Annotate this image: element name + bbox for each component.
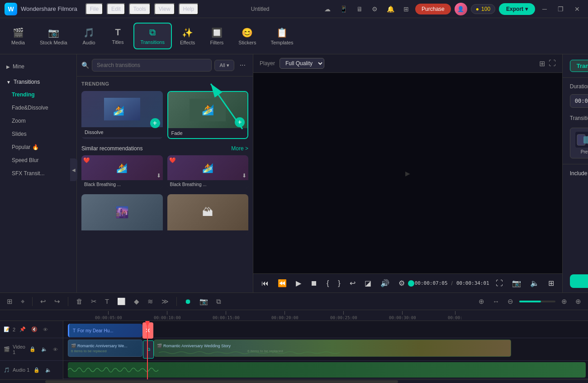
timeline-record-button[interactable]: ⏺ <box>182 296 194 306</box>
dissolve-add-button[interactable]: + <box>150 118 160 128</box>
sidebar-item-fade-dissolve[interactable]: Fade&Dissolve <box>3 101 74 114</box>
quality-select[interactable]: Full Quality <box>280 58 324 69</box>
add-to-timeline-button[interactable]: ↩ <box>347 278 358 289</box>
transition-dissolve[interactable]: Dissolve + <box>81 91 163 139</box>
timeline-track-add-button[interactable]: ⊕ <box>476 296 487 307</box>
mark-out-button[interactable]: } <box>335 278 343 289</box>
toolbar-filters[interactable]: 🔲 Filters <box>203 24 230 49</box>
apply-all-button[interactable]: Apply to All <box>570 274 588 288</box>
timeline-zoom-out-button[interactable]: ⊖ <box>505 296 516 307</box>
timeline-undo-button[interactable]: ↩ <box>38 296 48 307</box>
play-button[interactable]: ▶ <box>293 278 304 289</box>
monitor-icon[interactable]: 🖥 <box>354 5 365 14</box>
notification-icon[interactable]: 🔔 <box>384 5 397 14</box>
mine-header[interactable]: ▶ Mine <box>0 61 76 72</box>
toolbar-templates[interactable]: 📋 Templates <box>264 24 299 49</box>
scrollbar-thumb[interactable] <box>45 380 398 383</box>
video-1-lock[interactable]: 🔒 <box>28 346 37 353</box>
timeline-text-button[interactable]: T <box>103 296 111 306</box>
extra-control-2[interactable]: 📷 <box>509 278 524 289</box>
purchase-button[interactable]: Purchase <box>415 4 451 14</box>
toolbar-stickers[interactable]: 😊 Stickers <box>232 24 262 49</box>
sidebar-item-sfx[interactable]: SFX Transit... <box>3 167 74 180</box>
extra-control-4[interactable]: ⊞ <box>545 278 557 289</box>
sidebar-item-slides[interactable]: Slides <box>3 128 74 140</box>
zoom-slider[interactable] <box>519 301 555 302</box>
toolbar-media[interactable]: 🎬 Media <box>5 24 32 49</box>
video-1-mute[interactable]: 🔈 <box>40 346 49 353</box>
phone-icon[interactable]: 📱 <box>337 5 350 14</box>
minimize-button[interactable]: ─ <box>539 5 550 14</box>
timeline-camera-button[interactable]: 📷 <box>197 296 210 307</box>
settings2-button[interactable]: ⚙ <box>396 278 408 289</box>
track-2-eye[interactable]: 👁 <box>42 326 49 333</box>
cloud-icon[interactable]: ☁ <box>322 5 333 14</box>
toolbar-titles[interactable]: T Titles <box>104 24 132 48</box>
audio-clip[interactable] <box>68 362 586 378</box>
transition-edit-point[interactable]: ⧉ <box>143 340 154 359</box>
export-button[interactable]: Export ▾ <box>499 3 535 15</box>
video-1-eye[interactable]: 👁 <box>52 346 59 353</box>
horizontal-scrollbar[interactable] <box>0 379 588 383</box>
sidebar-item-trending[interactable]: Trending <box>3 88 74 101</box>
timeline-crop-button[interactable]: ⬜ <box>115 296 128 307</box>
menu-help[interactable]: Help <box>179 3 199 15</box>
settings-icon[interactable]: ⚙ <box>369 5 380 14</box>
timeline-cut-button[interactable]: ✂ <box>89 296 99 307</box>
toolbar-transitions[interactable]: ⧉ Transitions <box>133 23 172 49</box>
fullscreen-icon[interactable]: ⛶ <box>549 59 556 68</box>
extra-control-1[interactable]: ⛶ <box>493 278 506 289</box>
mode-prefix[interactable]: Prefix <box>570 128 588 158</box>
coins-button[interactable]: ● 100 <box>471 4 495 14</box>
scrubber-handle[interactable] <box>408 280 414 287</box>
track-2-mute[interactable]: 🔇 <box>30 326 39 333</box>
menu-edit[interactable]: Edit <box>107 3 125 15</box>
timeline-fit-button[interactable]: ↔ <box>490 296 502 306</box>
timeline-pip-button[interactable]: ⧉ <box>214 296 223 307</box>
skip-back-button[interactable]: ⏮ <box>259 278 271 289</box>
timeline-zoom-in-button[interactable]: ⊕ <box>559 296 569 307</box>
timeline-redo-button[interactable]: ↪ <box>52 296 62 307</box>
snapshot-button[interactable]: ◪ <box>362 278 374 289</box>
transition-fade[interactable]: 🏄 Fade + <box>167 91 249 139</box>
fade-add-button[interactable]: + <box>235 117 245 127</box>
timeline-delete-button[interactable]: 🗑 <box>74 296 85 306</box>
text-clip[interactable]: T For my Dear Hu... <box>68 324 142 337</box>
grid-icon[interactable]: ⊞ <box>401 5 412 14</box>
timeline-motion-button[interactable]: ≋ <box>145 296 156 307</box>
search-input[interactable] <box>92 59 212 72</box>
extra-transition-2[interactable]: 🏔 <box>167 194 249 235</box>
similar-item-1[interactable]: 🏄 ❤️ ⬇ Black Breathing ... <box>81 155 163 189</box>
duration-input[interactable] <box>570 94 588 108</box>
menu-tools[interactable]: Tools <box>129 3 151 15</box>
collapse-left-panel-button[interactable]: ◀ <box>70 158 77 181</box>
grid-view-icon[interactable]: ⊞ <box>539 59 545 68</box>
stop-button[interactable]: ⏹ <box>308 278 320 289</box>
menu-file[interactable]: File <box>85 3 103 15</box>
more-options-button[interactable]: ··· <box>237 60 248 70</box>
sidebar-item-zoom[interactable]: Zoom <box>3 115 74 127</box>
more-link[interactable]: More > <box>231 145 248 152</box>
timeline-keyframe-button[interactable]: ◆ <box>132 296 142 307</box>
sidebar-item-popular[interactable]: Popular <box>3 141 74 153</box>
toolbar-audio[interactable]: 🎵 Audio <box>76 24 103 49</box>
menu-view[interactable]: View <box>154 3 175 15</box>
extra-control-3[interactable]: 🔈 <box>527 278 542 289</box>
similar-item-2[interactable]: 🏄 ❤️ ⬇ Black Breathing ... <box>167 155 249 189</box>
audio-1-lock[interactable]: 🔒 <box>32 367 41 373</box>
video-clip-2[interactable]: 🎬 Romantic Anniversary Wedding Story 6 i… <box>154 340 511 357</box>
close-button[interactable]: ✕ <box>571 5 583 14</box>
timeline-more-effects-button[interactable]: ≫ <box>159 296 171 307</box>
maximize-button[interactable]: ❐ <box>554 5 567 14</box>
timeline-magnet-button[interactable]: ⌖ <box>19 296 27 307</box>
audio-1-mute[interactable]: 🔈 <box>44 367 53 373</box>
toolbar-effects[interactable]: ✨ Effects <box>174 24 201 49</box>
audio-button[interactable]: 🔊 <box>378 278 392 289</box>
timeline-split-button[interactable]: ⊞ <box>5 296 15 307</box>
timeline-extra-button[interactable]: ⊕ <box>573 296 583 307</box>
filter-button[interactable]: All ▾ <box>214 60 234 71</box>
toolbar-stock-media[interactable]: 📷 Stock Media <box>33 24 74 49</box>
track-2-control-a[interactable]: 📌 <box>18 326 27 333</box>
frame-back-button[interactable]: ⏪ <box>275 278 289 289</box>
sidebar-item-speed-blur[interactable]: Speed Blur <box>3 154 74 167</box>
